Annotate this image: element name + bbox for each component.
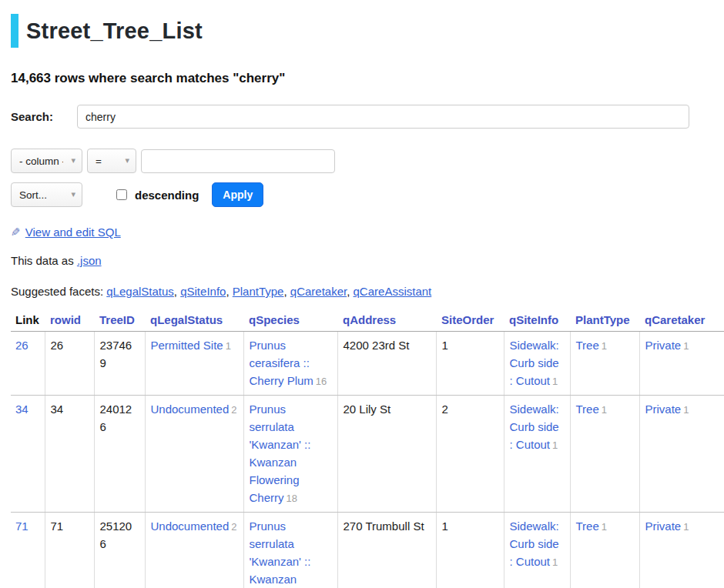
search-row: Search: [11, 105, 724, 129]
cell-siteorder: 1 [442, 339, 448, 352]
facet-link-qcaretaker[interactable]: qCaretaker [290, 285, 347, 298]
facet-count: 16 [316, 376, 327, 387]
cell-qcaretaker-link[interactable]: Private [645, 520, 682, 533]
facet-link-qlegalstatus[interactable]: qLegalStatus [106, 285, 174, 298]
cell-qcaretaker-link[interactable]: Private [645, 403, 682, 416]
json-export-link[interactable]: .json [77, 254, 102, 267]
cell-planttype-link[interactable]: Tree [576, 520, 599, 533]
data-as-label: This data as [11, 254, 74, 267]
cell-qspecies-link[interactable]: Prunus cerasifera :: Cherry Plum [250, 339, 313, 387]
cell-siteorder: 1 [442, 520, 448, 533]
facet-item: PlantType [233, 285, 290, 298]
row-count-summary: 14,663 rows where search matches "cherry… [11, 71, 724, 86]
filter-row: - column - ▾ = ▾ [11, 149, 724, 173]
view-edit-sql-link[interactable]: View and edit SQL [25, 226, 121, 239]
descending-checkbox[interactable] [116, 189, 127, 200]
cell-qaddress: 20 Lily St [344, 403, 391, 416]
column-header-treeid: TreeID [94, 312, 145, 332]
table-header-row: Link rowid TreeID qLegalStatus qSpecies … [11, 312, 724, 332]
cell-qaddress: 4200 23rd St [344, 339, 410, 352]
column-header-siteorder: SiteOrder [436, 312, 504, 332]
export-row: This data as .json [11, 254, 724, 267]
column-header-link: Link [11, 312, 45, 332]
facet-item: qCareAssistant [354, 285, 432, 298]
page: Street_Tree_List 14,663 rows where searc… [0, 14, 724, 588]
apply-button[interactable]: Apply [212, 182, 263, 207]
operator-select[interactable]: = [87, 149, 136, 173]
facet-count: 1 [683, 521, 689, 533]
row-link[interactable]: 71 [15, 520, 28, 533]
column-header-rowid: rowid [45, 312, 94, 332]
table-row: 71 71 251206 Undocumented2 Prunus serrul… [11, 513, 724, 588]
suggested-facets-row: Suggested facets: qLegalStatusqSiteInfoP… [11, 285, 724, 298]
descending-label: descending [135, 189, 199, 202]
cell-qspecies-link[interactable]: Prunus serrulata 'Kwanzan' :: Kwanzan Fl… [250, 403, 311, 504]
column-header-qsiteinfo: qSiteInfo [504, 312, 570, 332]
cell-rowid: 26 [51, 339, 64, 352]
facet-count: 2 [231, 404, 236, 416]
column-header-qaddress: qAddress [337, 312, 436, 332]
sort-select[interactable]: Sort... [11, 182, 82, 207]
cell-qcaretaker-link[interactable]: Private [645, 339, 682, 352]
pencil-icon: ✎ [11, 226, 21, 239]
search-label: Search: [11, 110, 77, 123]
facet-item: qSiteInfo [180, 285, 233, 298]
cell-qlegalstatus-link[interactable]: Permitted Site [151, 339, 223, 352]
facet-count: 1 [683, 404, 689, 416]
cell-qlegalstatus-link[interactable]: Undocumented [151, 520, 230, 533]
cell-rowid: 34 [51, 403, 64, 416]
facets-prefix: Suggested facets: [11, 285, 103, 298]
facet-count: 1 [552, 376, 558, 387]
column-select[interactable]: - column - [11, 149, 82, 173]
sql-link-row: ✎ View and edit SQL [11, 226, 724, 239]
column-header-qspecies: qSpecies [243, 312, 337, 332]
cell-rowid: 71 [51, 520, 64, 533]
facet-count: 1 [226, 340, 231, 352]
facet-link-qcareassistant[interactable]: qCareAssistant [354, 285, 432, 298]
sort-row: Sort... ▾ descending Apply [11, 182, 724, 207]
column-header-qlegalstatus: qLegalStatus [145, 312, 243, 332]
facet-count: 1 [602, 404, 607, 416]
cell-planttype-link[interactable]: Tree [576, 403, 599, 416]
filter-value-input[interactable] [141, 149, 335, 173]
facet-link-qsiteinfo[interactable]: qSiteInfo [180, 285, 226, 298]
cell-planttype-link[interactable]: Tree [576, 339, 599, 352]
facet-link-planttype[interactable]: PlantType [233, 285, 284, 298]
column-header-qcaretaker: qCaretaker [639, 312, 724, 332]
facet-count: 1 [552, 439, 558, 451]
facet-item: qCaretaker [290, 285, 354, 298]
facet-count: 18 [287, 493, 297, 504]
cell-qaddress: 270 Trumbull St [344, 520, 424, 533]
facet-count: 1 [602, 340, 607, 352]
cell-qspecies-link[interactable]: Prunus serrulata 'Kwanzan' :: Kwanzan Fl… [250, 520, 311, 588]
row-link[interactable]: 34 [15, 403, 28, 416]
table-row: 34 34 240126 Undocumented2 Prunus serrul… [11, 396, 724, 513]
facet-item: qLegalStatus [106, 285, 180, 298]
row-link[interactable]: 26 [15, 339, 28, 352]
cell-qlegalstatus-link[interactable]: Undocumented [151, 403, 230, 416]
page-title: Street_Tree_List [11, 14, 724, 48]
facet-count: 2 [231, 521, 236, 533]
table-row: 26 26 237469 Permitted Site1 Prunus cera… [11, 332, 724, 396]
results-table: Link rowid TreeID qLegalStatus qSpecies … [11, 312, 724, 588]
facet-count: 1 [683, 340, 689, 352]
cell-treeid: 237469 [100, 339, 132, 369]
cell-treeid: 240126 [100, 403, 132, 433]
cell-siteorder: 2 [442, 403, 448, 416]
cell-treeid: 251206 [100, 520, 132, 550]
column-header-planttype: PlantType [570, 312, 639, 332]
search-input[interactable] [77, 105, 689, 129]
facet-count: 1 [552, 556, 558, 568]
facet-count: 1 [602, 521, 607, 533]
